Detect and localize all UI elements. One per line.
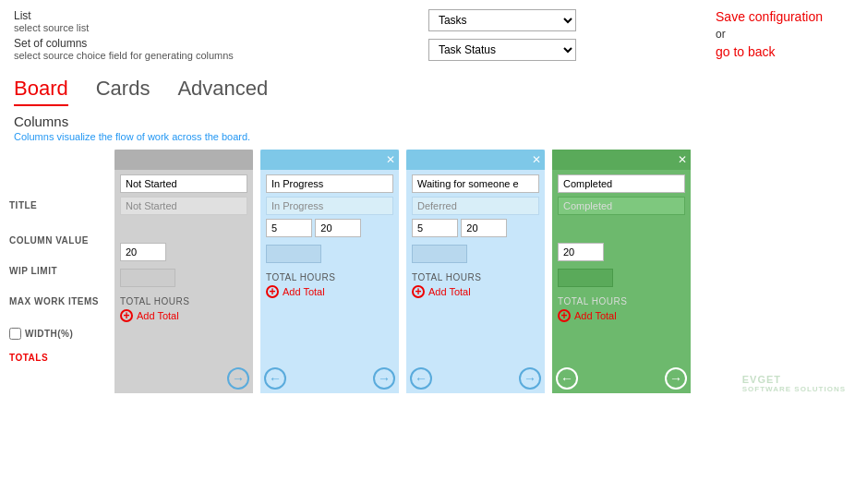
col2-wip-input[interactable] <box>266 219 312 237</box>
col4-nav: ← → <box>552 362 691 393</box>
col4-nav-right[interactable]: → <box>665 367 687 390</box>
board-column-in-progress: ✕ TOTAL HOURS + Add Total ← → <box>260 150 399 393</box>
totals-label: TOTALS <box>9 353 48 363</box>
col2-nav-left[interactable]: ← <box>264 367 286 390</box>
tab-advanced[interactable]: Advanced <box>177 77 268 106</box>
top-right-actions: Save configuration or go to back <box>716 9 823 61</box>
col4-add-total-btn[interactable]: + Add Total <box>558 309 685 322</box>
col4-header: ✕ <box>552 150 691 170</box>
col4-close-icon[interactable]: ✕ <box>678 153 687 166</box>
col1-body: TOTAL HOURS + Add Total <box>114 170 253 362</box>
col3-header: ✕ <box>406 150 545 170</box>
col4-total-hours-label: TOTAL HOURS <box>558 296 685 306</box>
or-text: or <box>716 28 823 41</box>
col3-add-total-label: Add Total <box>428 286 471 297</box>
col2-total-hours-label: TOTAL HOURS <box>266 272 393 282</box>
list-label: List <box>14 9 234 22</box>
wip-label-row: WIP LIMIT <box>9 257 111 284</box>
col3-maxwork-input[interactable] <box>461 219 507 237</box>
top-left-labels: List select source list Set of columns s… <box>14 9 234 61</box>
col4-maxwork-input[interactable] <box>558 243 604 261</box>
col2-nav-right[interactable]: → <box>373 367 395 390</box>
col3-totals: TOTAL HOURS + Add Total <box>412 272 539 298</box>
top-area: List select source list Set of columns s… <box>0 0 855 66</box>
columns-container: TITLE COLUMN VALUE WIP LIMIT MAX WORK IT… <box>0 150 855 393</box>
col1-nav-right[interactable]: → <box>227 367 249 390</box>
tasks-dropdown[interactable]: Tasks <box>428 9 576 31</box>
col1-add-total-icon: + <box>120 309 133 322</box>
col4-add-total-icon: + <box>558 309 571 322</box>
wip-limit-label: WIP LIMIT <box>9 266 57 276</box>
totals-label-row: TOTALS <box>9 349 111 393</box>
col3-total-hours-label: TOTAL HOURS <box>412 272 539 282</box>
col1-add-total-btn[interactable]: + Add Total <box>120 309 247 322</box>
col4-nav-left[interactable]: ← <box>556 367 578 390</box>
evget-watermark: EVGET SOFTWARE SOLUTIONS <box>742 374 846 393</box>
col2-width-input[interactable] <box>266 245 321 263</box>
col4-totals: TOTAL HOURS + Add Total <box>558 296 685 322</box>
col2-title-input[interactable] <box>266 174 393 193</box>
col2-add-total-btn[interactable]: + Add Total <box>266 285 393 298</box>
col4-body: TOTAL HOURS + Add Total <box>552 170 691 362</box>
task-status-dropdown[interactable]: Task Status <box>428 39 576 61</box>
col4-title-input[interactable] <box>558 174 685 193</box>
col3-add-total-btn[interactable]: + Add Total <box>412 285 539 298</box>
col3-nav-right[interactable]: → <box>519 367 541 390</box>
col2-close-icon[interactable]: ✕ <box>386 153 395 166</box>
col2-colval-input[interactable] <box>266 197 393 215</box>
col3-wip-input[interactable] <box>412 219 458 237</box>
col1-title-input[interactable] <box>120 174 247 193</box>
title-label: TITLE <box>9 200 37 210</box>
col3-title-input[interactable] <box>412 174 539 193</box>
width-label-row: WIDTH(%) <box>9 318 111 349</box>
col3-nav: ← → <box>406 362 545 393</box>
col2-nav: ← → <box>260 362 399 393</box>
watermark-line1: EVGET <box>742 374 846 385</box>
maxwork-label-row: MAX WORK ITEMS <box>9 284 111 318</box>
column-value-label: COLUMN VALUE <box>9 235 89 246</box>
col1-header <box>114 150 253 170</box>
board-column-not-started: TOTAL HOURS + Add Total → <box>114 150 253 393</box>
col3-add-total-icon: + <box>412 285 425 298</box>
section-title: Columns <box>0 106 855 131</box>
col2-maxwork-input[interactable] <box>315 219 361 237</box>
col2-add-total-icon: + <box>266 285 279 298</box>
col3-body: TOTAL HOURS + Add Total <box>406 170 545 362</box>
colval-label-row: COLUMN VALUE <box>9 223 111 257</box>
width-label: WIDTH(%) <box>25 329 73 339</box>
col3-close-icon[interactable]: ✕ <box>532 153 541 166</box>
col1-width-input[interactable] <box>120 269 175 287</box>
col1-add-total-label: Add Total <box>137 310 179 321</box>
col1-colval-input[interactable] <box>120 197 247 215</box>
col2-totals: TOTAL HOURS + Add Total <box>266 272 393 298</box>
top-center-dropdowns: Tasks Task Status <box>428 9 576 61</box>
tab-board[interactable]: Board <box>14 77 68 106</box>
col1-totals: TOTAL HOURS + Add Total <box>120 296 247 322</box>
board-column-waiting: ✕ TOTAL HOURS + Add Total ← → <box>406 150 545 393</box>
col1-total-hours-label: TOTAL HOURS <box>120 296 247 306</box>
col2-body: TOTAL HOURS + Add Total <box>260 170 399 362</box>
col1-nav: → <box>114 362 253 393</box>
width-checkbox[interactable] <box>9 328 21 340</box>
width-checkbox-row: WIDTH(%) <box>9 318 73 349</box>
section-subtitle: Columns visualize the flow of work acros… <box>0 131 855 150</box>
columns-label-row: Set of columns select source choice fiel… <box>14 37 234 61</box>
title-label-row: TITLE <box>9 186 111 223</box>
col3-colval-input[interactable] <box>412 197 539 215</box>
col2-header: ✕ <box>260 150 399 170</box>
col3-nav-left[interactable]: ← <box>410 367 432 390</box>
save-config-link[interactable]: Save configuration <box>716 9 823 24</box>
col4-colval-input[interactable] <box>558 197 685 215</box>
list-label-row: List select source list <box>14 9 234 33</box>
col1-maxwork-input[interactable] <box>120 243 166 261</box>
col4-add-total-label: Add Total <box>574 310 617 321</box>
col3-width-input[interactable] <box>412 245 467 263</box>
tab-cards[interactable]: Cards <box>96 77 151 106</box>
col4-width-input[interactable] <box>558 269 613 287</box>
board-column-completed: ✕ TOTAL HOURS + Add Total ← → <box>552 150 691 393</box>
col2-add-total-label: Add Total <box>283 286 325 297</box>
columns-label: Set of columns <box>14 37 234 50</box>
max-work-label: MAX WORK ITEMS <box>9 296 99 306</box>
watermark-line2: SOFTWARE SOLUTIONS <box>742 385 846 393</box>
go-back-link[interactable]: go to back <box>716 44 823 59</box>
